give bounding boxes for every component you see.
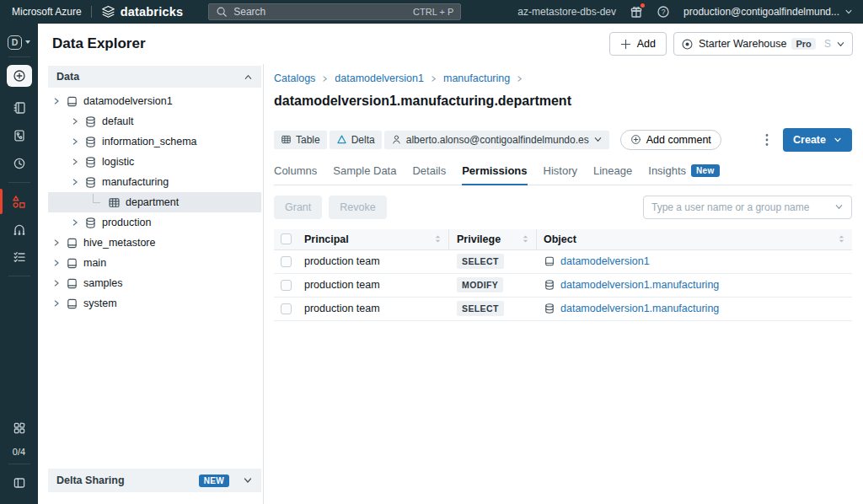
tab-insights[interactable]: Insights New — [648, 164, 719, 185]
object-link[interactable]: datamodelversion1.manufacturing — [560, 279, 719, 291]
warehouse-selector[interactable]: Starter Warehouse Pro S — [673, 32, 853, 56]
tab-lineage[interactable]: Lineage — [593, 164, 632, 185]
tree-item-information_schema[interactable]: information_schema — [48, 131, 261, 152]
tree-item-samples[interactable]: samples — [48, 273, 261, 293]
chevron-right-icon[interactable] — [52, 299, 61, 308]
tree-item-system[interactable]: system — [48, 293, 261, 314]
schema-icon — [84, 136, 97, 148]
select-all-checkbox[interactable] — [281, 233, 292, 244]
compute-icon — [13, 223, 26, 236]
tree-item-hive_metastore[interactable]: hive_metastore — [48, 233, 261, 253]
data-panel-header[interactable]: Data — [48, 66, 261, 88]
partner-connect-nav-item[interactable] — [0, 417, 38, 439]
chevron-right-icon[interactable] — [71, 178, 79, 186]
azure-label: Microsoft Azure — [12, 6, 82, 18]
column-header-object[interactable]: Object — [544, 233, 576, 245]
catalog-tree: datamodelversion1 default information_sc… — [48, 91, 261, 314]
workspace-switcher[interactable]: D — [0, 32, 38, 52]
rail-divider — [8, 276, 30, 276]
chevron-up-icon[interactable] — [244, 72, 253, 82]
plus-circle-icon — [630, 134, 641, 145]
chevron-right-icon[interactable] — [71, 218, 79, 227]
tab-sample-data[interactable]: Sample Data — [333, 164, 396, 185]
chevron-right-icon[interactable] — [52, 97, 61, 105]
chevron-down-icon[interactable] — [243, 475, 253, 485]
tab-history[interactable]: History — [544, 164, 577, 185]
tab-columns[interactable]: Columns — [274, 164, 317, 185]
chevron-right-icon[interactable] — [52, 279, 61, 287]
tab-permissions[interactable]: Permissions — [462, 164, 527, 185]
delta-sharing-header[interactable]: Delta Sharing NEW — [48, 469, 261, 492]
owner-label: alberto.alonso@contigoalfindelmundo.es — [406, 134, 589, 146]
tree-item-production[interactable]: production — [48, 212, 261, 233]
column-header-principal[interactable]: Principal — [304, 233, 349, 245]
repos-nav-item[interactable] — [0, 125, 38, 147]
tree-item-datamodelversion1[interactable]: datamodelversion1 — [48, 91, 261, 111]
sort-icon[interactable] — [836, 233, 847, 244]
kebab-menu-icon[interactable] — [764, 131, 770, 148]
breadcrumb-separator-icon — [430, 75, 437, 83]
data-panel-label: Data — [56, 71, 79, 83]
delta-icon — [336, 134, 347, 145]
chevron-right-icon[interactable] — [52, 239, 61, 247]
account-menu[interactable]: production@contigoalfindelmund... — [683, 6, 853, 18]
chevron-right-icon[interactable] — [52, 259, 61, 267]
row-checkbox[interactable] — [281, 303, 292, 314]
chevron-right-icon[interactable] — [71, 137, 79, 146]
workspace-nav-item[interactable] — [0, 97, 38, 119]
add-button[interactable]: Add — [609, 32, 667, 56]
main-content: Catalogs datamodelversion1 manufacturing… — [264, 64, 863, 504]
global-search-input[interactable]: Search CTRL + P — [208, 3, 461, 20]
breadcrumb-link[interactable]: Catalogs — [274, 72, 315, 84]
object-link[interactable]: datamodelversion1.manufacturing — [560, 303, 719, 314]
principal-filter-select[interactable]: Type a user name or a group name — [643, 196, 852, 219]
row-checkbox[interactable] — [281, 256, 292, 267]
help-icon[interactable]: ? — [657, 5, 670, 19]
chevron-right-icon[interactable] — [71, 158, 79, 166]
chevron-right-icon[interactable] — [71, 117, 79, 126]
workflows-nav-item[interactable] — [0, 246, 38, 268]
compute-nav-item[interactable] — [0, 218, 38, 240]
breadcrumb-link[interactable]: manufacturing — [443, 72, 510, 84]
revoke-button[interactable]: Revoke — [329, 196, 386, 219]
tree-item-default[interactable]: default — [48, 111, 261, 131]
tab-details[interactable]: Details — [412, 164, 446, 185]
clock-icon — [13, 157, 26, 170]
warehouse-status-icon — [681, 38, 694, 51]
principal-cell: production team — [297, 279, 449, 291]
tree-item-department[interactable]: department — [48, 192, 261, 212]
tab-new-badge: New — [691, 164, 719, 177]
tab-label: Permissions — [462, 164, 527, 177]
catalog-icon — [66, 237, 78, 249]
object-link[interactable]: datamodelversion1 — [560, 255, 650, 267]
catalog-icon — [66, 298, 78, 310]
breadcrumb-link[interactable]: datamodelversion1 — [335, 72, 424, 84]
sort-icon[interactable] — [520, 233, 531, 244]
tab-label: History — [544, 164, 577, 177]
data-nav-item[interactable] — [0, 190, 38, 212]
tree-item-main[interactable]: main — [48, 253, 261, 273]
privilege-badge: SELECT — [457, 301, 504, 316]
recents-nav-item[interactable] — [0, 153, 38, 174]
column-header-privilege[interactable]: Privilege — [457, 233, 501, 245]
new-button[interactable] — [7, 65, 32, 87]
tree-item-logistic[interactable]: logistic — [48, 152, 261, 172]
tree-item-manufacturing[interactable]: manufacturing — [48, 172, 261, 192]
topbar: Microsoft Azure databricks Search CTRL +… — [0, 0, 863, 24]
collapse-sidebar-button[interactable] — [0, 472, 38, 494]
add-comment-button[interactable]: Add comment — [620, 130, 721, 150]
databricks-logo[interactable]: databricks — [101, 5, 184, 19]
sort-icon[interactable] — [432, 233, 443, 244]
entity-meta-row: Table Delta alberto.alonso@contigoalfind… — [274, 128, 852, 152]
grant-button[interactable]: Grant — [274, 196, 322, 219]
catalog-icon — [544, 255, 555, 267]
gift-icon[interactable] — [630, 5, 643, 19]
owner-chip[interactable]: alberto.alonso@contigoalfindelmundo.es — [384, 131, 609, 149]
chevron-down-icon[interactable] — [593, 135, 603, 144]
row-checkbox[interactable] — [281, 280, 292, 291]
privilege-badge: SELECT — [457, 254, 504, 269]
chevron-down-icon — [844, 8, 853, 16]
rail-divider — [8, 182, 30, 183]
create-button[interactable]: Create — [783, 128, 852, 152]
metastore-label: az-metastore-dbs-dev — [517, 6, 616, 18]
